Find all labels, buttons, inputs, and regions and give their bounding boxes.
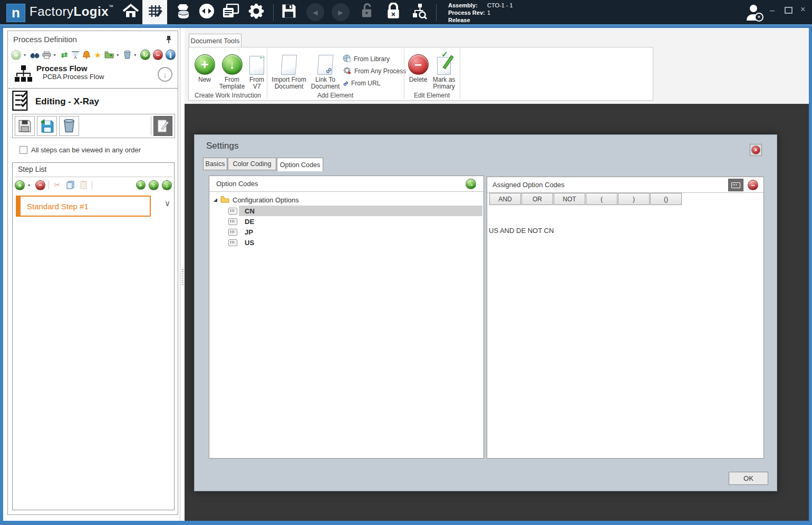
renumber-steps-button[interactable]: + <box>136 180 146 190</box>
flow-search-icon <box>411 3 428 22</box>
export-button[interactable] <box>104 50 114 60</box>
step-list-panel: Step List + ▾ − ✂ + ↑ ↓ Standard Step #1… <box>12 162 175 510</box>
download-arrow-icon: ↓ <box>222 54 243 75</box>
minus-icon: − <box>153 50 163 60</box>
new-work-instruction-button[interactable]: + New <box>193 52 216 83</box>
redo-forward-button[interactable]: ► <box>330 2 351 22</box>
expression-text[interactable]: US AND DE NOT CN <box>489 227 554 235</box>
operator-or-button[interactable]: OR <box>521 193 553 205</box>
presentation-button[interactable] <box>71 50 80 60</box>
minimize-button[interactable]: – <box>770 6 775 15</box>
undo-back-button[interactable]: ◄ <box>305 2 326 22</box>
assign-code-button[interactable]: → <box>466 179 476 189</box>
step-expand-chevron[interactable]: ∨ <box>165 199 170 208</box>
refresh-button[interactable]: ↻ <box>140 50 150 60</box>
close-button[interactable]: × <box>800 5 805 14</box>
gear-icon <box>248 3 265 22</box>
option-code-row-us[interactable]: US <box>228 237 482 248</box>
move-step-down-button[interactable]: ↓ <box>162 180 172 190</box>
collapse-flow-button[interactable]: ↓ <box>158 67 172 82</box>
tab-basics[interactable]: Basics <box>203 158 227 170</box>
process-flow-row[interactable]: Process Flow PCBA Process Flow ↓ <box>13 64 173 87</box>
print-dropdown[interactable]: ▾ <box>54 53 57 57</box>
operator-open-paren-button[interactable]: ( <box>586 193 617 205</box>
edit-document-toggle-button[interactable] <box>153 116 172 136</box>
option-code-row-jp[interactable]: JP <box>228 227 482 237</box>
logout-user-button[interactable]: × <box>745 3 766 22</box>
remove-step-button[interactable]: − <box>35 180 45 190</box>
deactivate-button[interactable]: − <box>153 50 163 60</box>
sync-button[interactable] <box>196 2 217 22</box>
paste-step-button[interactable] <box>79 180 89 190</box>
maximize-button[interactable] <box>785 7 792 15</box>
process-search-button[interactable] <box>409 2 430 22</box>
reports-button[interactable] <box>220 2 241 22</box>
production-button[interactable] <box>173 2 194 22</box>
export-dropdown[interactable]: ▾ <box>117 53 120 57</box>
gears-icon <box>343 66 351 76</box>
pause-button[interactable]: ∥ <box>166 50 176 60</box>
option-code-row-cn[interactable]: CN <box>228 206 482 216</box>
plus-icon: + <box>15 180 25 190</box>
operator-paren-pair-button[interactable]: () <box>650 193 682 205</box>
cut-step-button[interactable]: ✂ <box>52 180 62 190</box>
process-definition-tab-button[interactable] <box>142 0 167 24</box>
trash-bucket-icon <box>124 51 131 59</box>
tree-expander-icon[interactable] <box>214 198 217 202</box>
dialog-close-button[interactable]: × <box>750 144 762 156</box>
save-step-button[interactable] <box>15 116 35 136</box>
operator-close-paren-button[interactable]: ) <box>618 193 650 205</box>
link-to-document-button[interactable]: ∞ Link To Document <box>309 52 342 90</box>
button-label: New <box>198 76 211 83</box>
discard-step-button[interactable] <box>59 116 79 136</box>
add-process-dropdown[interactable]: ▾ <box>24 53 27 57</box>
any-order-label: All steps can be viewed in any order <box>31 146 141 154</box>
panel-header-label: Assigned Option Codes <box>492 181 565 189</box>
save-button[interactable] <box>278 2 299 22</box>
find-button[interactable] <box>30 50 40 60</box>
from-v7-button[interactable]: ← From V7 <box>247 52 267 90</box>
delete-process-button[interactable] <box>123 50 131 60</box>
favorite-button[interactable]: ★ <box>93 50 102 60</box>
mark-as-primary-button[interactable]: ✓ Mark as Primary <box>429 52 459 90</box>
lock-reject-button[interactable]: × <box>383 2 404 22</box>
option-code-row-de[interactable]: DE <box>228 216 482 227</box>
copy-step-button[interactable] <box>65 180 75 190</box>
keyboard-entry-toggle-button[interactable] <box>728 179 743 191</box>
import-step-button[interactable] <box>37 116 57 136</box>
tab-color-coding[interactable]: Color Coding <box>228 158 276 170</box>
from-any-process-button[interactable]: From Any Process <box>343 66 406 76</box>
add-step-dropdown[interactable]: ▾ <box>28 183 32 188</box>
delete-process-dropdown[interactable]: ▾ <box>134 53 138 57</box>
from-library-button[interactable]: From Library <box>343 54 390 64</box>
projector-screen-icon <box>71 51 80 59</box>
step-list-item-selected[interactable]: Standard Step #1 <box>16 196 151 217</box>
move-step-up-button[interactable]: ↑ <box>149 180 159 190</box>
add-step-button[interactable]: + <box>15 180 25 190</box>
ok-button[interactable]: OK <box>729 472 768 485</box>
close-x-icon: × <box>751 145 760 154</box>
delete-element-button[interactable]: − Delete <box>407 52 429 83</box>
any-order-checkbox-row[interactable]: All steps can be viewed in any order <box>20 146 141 154</box>
home-button[interactable] <box>120 2 141 22</box>
tab-document-tools[interactable]: Document Tools <box>189 34 241 47</box>
settings-button[interactable] <box>246 2 267 22</box>
printer-icon <box>42 51 51 59</box>
alert-button[interactable] <box>82 50 91 60</box>
user-x-badge-icon: × <box>755 13 763 22</box>
from-url-button[interactable]: ∞ From URL <box>343 79 380 88</box>
print-button[interactable] <box>42 50 51 60</box>
reorder-button[interactable]: ⇄ <box>60 50 69 60</box>
tab-option-codes[interactable]: Option Codes <box>277 158 323 171</box>
any-order-checkbox[interactable] <box>20 146 27 154</box>
operator-not-button[interactable]: NOT <box>554 193 585 205</box>
import-from-document-button[interactable]: Import From Document <box>270 52 307 90</box>
tree-root-row[interactable]: Configuration Options <box>214 196 299 205</box>
minus-icon: − <box>35 180 45 190</box>
unlock-button[interactable] <box>356 2 378 22</box>
operator-and-button[interactable]: AND <box>489 193 521 205</box>
remove-assigned-button[interactable]: − <box>748 180 758 190</box>
from-template-button[interactable]: ↓ From Template <box>218 52 246 90</box>
pin-panel-button[interactable] <box>165 35 173 44</box>
add-process-button[interactable]: + <box>11 50 21 60</box>
